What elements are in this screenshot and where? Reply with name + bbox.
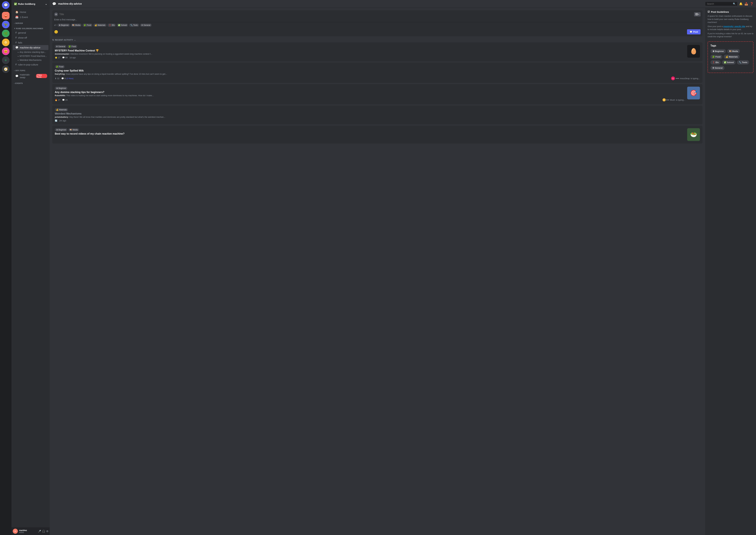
tag-panel-ids[interactable]: ❗ IDs xyxy=(711,60,721,65)
tag-food-pill[interactable]: 🥦 Food xyxy=(82,24,92,27)
search-bar[interactable]: 🔍 xyxy=(705,2,737,6)
tag-food-milk[interactable]: 🥦 Food xyxy=(55,65,65,68)
post-tags-weirdest: 💰 Materials xyxy=(55,108,700,111)
post-title-milk: Crying over Spilled Milk xyxy=(55,69,700,72)
tag-icon: 🏷 xyxy=(54,24,56,26)
tag-panel-media[interactable]: 🍱 Media xyxy=(727,49,740,53)
channel-rube-pop[interactable]: # rube-in-pop-culture xyxy=(13,62,48,67)
server-header[interactable]: ✅Rube Goldberg ⌄ xyxy=(12,0,50,8)
channel-machine-diy[interactable]: 💬 machine-diy-advice xyxy=(13,45,48,50)
post-card-weirdest[interactable]: 💰 Materials Weirdest Mechanisms potatoba… xyxy=(52,106,703,125)
offtopic-section-header[interactable]: › OFF-TOPIC xyxy=(12,67,50,72)
event-label: 1 Event xyxy=(20,16,28,18)
help-icon[interactable]: ❓ xyxy=(750,2,753,6)
comments-milk: 💬 8 (3 New) xyxy=(61,77,73,80)
tag-panel-solved[interactable]: ✅ Solved xyxy=(722,60,736,65)
tag-beginner-record[interactable]: 🖥 Beginner xyxy=(55,128,68,131)
avatar-typing-1: A xyxy=(662,98,666,102)
settings-icon[interactable]: ⚙ xyxy=(46,530,48,533)
tag-ids-pill[interactable]: ❗ IDs xyxy=(107,24,116,27)
server-icon-rube[interactable]: 🎪 xyxy=(2,12,10,19)
stars-mystery: ⭐ 17 xyxy=(55,56,60,59)
posts-section: ✕ 🖼+ Enter a first message... 🏷 🖥 Beginn… xyxy=(50,8,705,535)
pg-para2-link[interactable]: meaningful, specific title xyxy=(723,25,745,28)
subchannel-weirdest[interactable]: ▸ Weirdest Mechanisms xyxy=(13,58,48,62)
tag-beginner-pill[interactable]: 🖥 Beginner xyxy=(57,24,70,27)
server-icon-5[interactable]: 🐱 xyxy=(2,47,10,55)
tag-materials-weirdest[interactable]: 💰 Materials xyxy=(55,108,68,111)
channel-fails[interactable]: # fails xyxy=(13,40,48,45)
tag-beginner-domino[interactable]: 🖥 Beginner xyxy=(55,87,68,90)
tag-materials-pill[interactable]: 💰 Materials xyxy=(93,24,107,27)
emoji-button[interactable]: 😊 xyxy=(54,30,58,34)
headphones-icon[interactable]: 🎧 xyxy=(42,530,45,533)
post-card-milk[interactable]: 🥦 Food Crying over Spilled Milk DairyKin… xyxy=(52,63,703,83)
pg-para2-before: Give your post a xyxy=(708,25,723,28)
inbox-icon[interactable]: 📥 xyxy=(744,2,748,6)
channel-list: 🏠 Home 📅 1 Event › SERVER ∨ RUBE GOLDBER… xyxy=(12,8,50,527)
post-author-milk: DairyKing: xyxy=(55,73,65,75)
close-post-form-button[interactable]: ✕ xyxy=(54,13,58,16)
microphone-icon[interactable]: 🎤 xyxy=(38,530,41,533)
tag-tools-pill[interactable]: 🔧 Tools xyxy=(129,24,139,27)
subchannel-mystery[interactable]: ▸ MYSTERY Food Machine... xyxy=(13,54,48,58)
event-item[interactable]: 📅 1 Event xyxy=(13,14,48,19)
hash-icon-general: # xyxy=(15,31,17,34)
home-label: Home xyxy=(20,11,26,14)
channel-general[interactable]: # general xyxy=(13,30,48,35)
server-icon-3[interactable]: 🌿 xyxy=(2,30,10,37)
discord-home-icon[interactable]: 💬 xyxy=(2,1,10,9)
refresh-weirdest: 🔄 xyxy=(55,120,57,122)
server-icon-2[interactable]: 🦖 xyxy=(2,21,10,28)
events-section-header[interactable]: › EVENTS xyxy=(12,80,50,85)
recent-activity-dropdown: ⌄ xyxy=(74,39,76,41)
post-title-input[interactable] xyxy=(59,13,693,16)
add-server-button[interactable]: + xyxy=(2,56,10,64)
tag-panel-general[interactable]: ⚙ General xyxy=(711,66,724,70)
tag-panel-tools[interactable]: 🔧 Tools xyxy=(737,60,749,65)
search-icon: 🔍 xyxy=(733,3,736,5)
post-card-domino[interactable]: 🖥 Beginner Any domino stacking tips for … xyxy=(52,84,703,104)
home-icon: 🏠 xyxy=(15,11,18,14)
post-card-record[interactable]: 🖥 Beginner 🍱 Media Best way to record vi… xyxy=(52,126,703,144)
pg-check-icon: ☑ xyxy=(708,10,710,13)
tag-general-pill[interactable]: ⚙ General xyxy=(140,24,152,27)
tag-panel-materials[interactable]: 💰 Materials xyxy=(724,55,740,59)
tag-media-record[interactable]: 🍱 Media xyxy=(68,128,79,131)
home-item[interactable]: 🏠 Home xyxy=(13,10,48,14)
tag-panel-food[interactable]: 🥦 Food xyxy=(711,55,722,59)
tag-solved-pill[interactable]: ✅ Solved xyxy=(117,24,128,27)
hash-icon-showoff: # xyxy=(15,36,17,39)
post-button[interactable]: 💬 Post xyxy=(687,29,701,34)
subchannel-domino[interactable]: ▸ Any domino stacking tips... xyxy=(13,50,48,54)
explore-servers-button[interactable]: 🧭 xyxy=(2,65,10,73)
server-section-header[interactable]: › SERVER xyxy=(12,20,50,25)
channel-sidebar: ✅Rube Goldberg ⌄ 🏠 Home 📅 1 Event › SERV… xyxy=(12,0,50,535)
add-image-button[interactable]: 🖼+ xyxy=(694,12,701,16)
pg-title-text: Post Guidelines xyxy=(711,11,729,13)
recent-activity-header[interactable]: ⇅ RECENT ACTIVITY ⌄ xyxy=(52,38,703,42)
offtopic-arrow: › xyxy=(14,70,14,71)
typing-dots-domino xyxy=(666,99,669,100)
time-mystery: 1d ago xyxy=(70,56,76,59)
typing-avatar-milk: m xyxy=(671,76,675,80)
pg-para1: A space for chain reaction enthusiasts t… xyxy=(708,14,753,24)
post-form-footer: 😊 💬 Post xyxy=(54,29,701,34)
post-card-mystery-food[interactable]: ⚙ General 🥦 Food MYSTERY Food Machine Co… xyxy=(52,42,703,61)
server-icon-4[interactable]: ⚙ xyxy=(2,39,10,46)
materials-badge: 2 New Posts xyxy=(36,74,47,78)
post-meta-weirdest: 🔄 2m ago xyxy=(55,120,700,122)
tag-general-mystery[interactable]: ⚙ General xyxy=(55,45,67,48)
channel-show-off[interactable]: # show-off xyxy=(13,35,48,40)
rube-section-header[interactable]: ∨ RUBE GOLDBERG MACHINES xyxy=(12,25,50,30)
avatar: m xyxy=(13,529,18,534)
search-input[interactable] xyxy=(707,3,732,5)
notification-icon[interactable]: 🔔 xyxy=(739,2,742,6)
post-author-domino: RubeN00b: xyxy=(55,94,66,97)
server-icons-sidebar: 💬 🎪 🦖 🌿 ⚙ 🐱 + 🧭 xyxy=(0,0,12,535)
channel-materials-swap[interactable]: 💬 materials-swap 2 New Posts xyxy=(13,72,48,80)
tag-panel-beginner[interactable]: 🖥 Beginner xyxy=(711,49,726,53)
username: marblez xyxy=(19,529,37,531)
tag-food-mystery[interactable]: 🥦 Food xyxy=(68,45,77,48)
tag-media-pill[interactable]: 🍱 Media xyxy=(71,24,82,27)
